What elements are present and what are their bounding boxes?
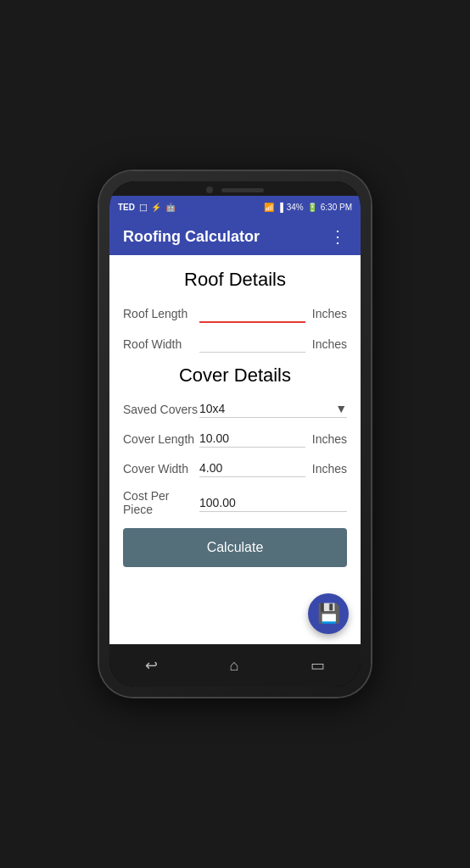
android-icon: 🤖 [165, 203, 176, 212]
calculate-button[interactable]: Calculate [123, 528, 347, 567]
cover-details-title: Cover Details [123, 364, 347, 387]
saved-covers-dropdown[interactable]: 10x4 ▼ [199, 400, 347, 418]
roof-width-input-wrap [199, 335, 305, 353]
cover-length-input[interactable] [199, 430, 305, 448]
cover-width-label: Cover Width [123, 462, 199, 476]
roof-width-label: Roof Width [123, 337, 199, 351]
app-bar: Roofing Calculator ⋮ [109, 218, 361, 255]
status-bar: TED ⬚ ⚡ 🤖 📶 ▐ 34% 🔋 6:30 PM [109, 196, 361, 218]
status-right: 📶 ▐ 34% 🔋 6:30 PM [264, 203, 352, 212]
cover-length-label: Cover Length [123, 432, 199, 446]
roof-length-unit: Inches [312, 307, 347, 320]
save-icon: 💾 [317, 603, 340, 625]
nav-bar: ↩ ⌂ ▭ [109, 644, 361, 687]
cost-per-piece-input[interactable] [199, 494, 347, 512]
cover-width-input-wrap [199, 459, 305, 477]
screen-icon: ⬚ [139, 203, 147, 212]
roof-length-label: Roof Length [123, 307, 199, 320]
cover-length-input-wrap [199, 430, 305, 448]
roof-length-row: Roof Length Inches [123, 304, 347, 323]
time-text: 6:30 PM [321, 203, 352, 212]
cost-per-piece-input-wrap [199, 494, 347, 512]
roof-details-section: Roof Details Roof Length Inches Roof Wid… [123, 269, 347, 353]
cost-per-piece-label: Cost Per Piece [123, 489, 199, 516]
cover-width-unit: Inches [312, 462, 347, 476]
roof-width-row: Roof Width Inches [123, 335, 347, 353]
roof-details-title: Roof Details [123, 269, 347, 291]
app-label: TED [118, 203, 135, 212]
saved-covers-value: 10x4 [199, 402, 335, 415]
roof-width-input[interactable] [199, 335, 305, 353]
cover-length-unit: Inches [312, 432, 347, 446]
phone-top-hardware [109, 181, 361, 196]
usb-icon: ⚡ [151, 203, 161, 212]
roof-length-input-wrap [199, 304, 305, 323]
cover-width-row: Cover Width Inches [123, 459, 347, 477]
camera-dot [206, 186, 213, 193]
app-bar-title: Roofing Calculator [123, 228, 260, 246]
wifi-icon: 📶 [264, 203, 274, 212]
saved-covers-label: Saved Covers [123, 403, 199, 416]
nav-recents-button[interactable]: ▭ [311, 656, 325, 675]
battery-text: 34% [287, 203, 304, 212]
cover-width-input[interactable] [199, 459, 305, 477]
saved-covers-row: Saved Covers 10x4 ▼ [123, 400, 347, 418]
content-area: Roof Details Roof Length Inches Roof Wid… [109, 255, 361, 585]
status-left: TED ⬚ ⚡ 🤖 [118, 203, 176, 212]
nav-back-button[interactable]: ↩ [145, 656, 158, 675]
nav-home-button[interactable]: ⌂ [230, 657, 239, 675]
roof-length-input[interactable] [199, 304, 305, 323]
dropdown-arrow-icon: ▼ [335, 402, 347, 415]
cover-details-section: Cover Details Saved Covers 10x4 ▼ Cover … [123, 364, 347, 516]
speaker-bar [221, 188, 264, 192]
save-fab-button[interactable]: 💾 [308, 593, 349, 634]
app-bar-menu-button[interactable]: ⋮ [329, 226, 347, 247]
signal-icon: ▐ [277, 203, 283, 212]
battery-icon: 🔋 [307, 203, 317, 212]
fab-container: 💾 [109, 585, 361, 644]
cover-length-row: Cover Length Inches [123, 430, 347, 448]
roof-width-unit: Inches [312, 337, 347, 351]
cost-per-piece-row: Cost Per Piece [123, 489, 347, 516]
